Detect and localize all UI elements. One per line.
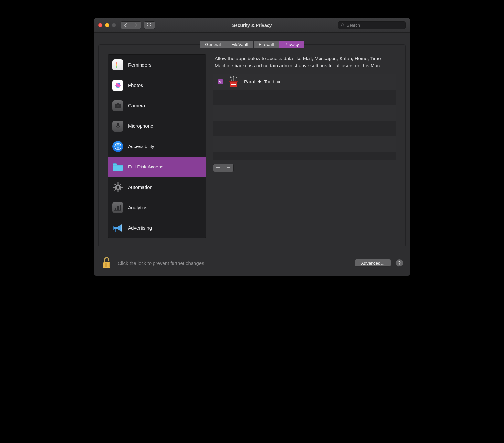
automation-icon — [112, 182, 123, 193]
tab-general[interactable]: General — [200, 40, 226, 48]
nav-buttons — [121, 21, 141, 29]
help-button[interactable]: ? — [395, 259, 403, 267]
search-field-wrap[interactable] — [338, 21, 406, 29]
main-panel: Reminders — [98, 44, 406, 247]
svg-rect-44 — [114, 189, 116, 191]
camera-icon — [112, 100, 123, 111]
checkmark-icon — [219, 80, 222, 83]
svg-point-47 — [117, 186, 119, 189]
app-row-empty — [213, 105, 396, 121]
app-checkbox[interactable] — [218, 79, 223, 84]
sidebar-item-automation[interactable]: Automation — [108, 177, 206, 197]
svg-point-61 — [230, 76, 232, 78]
window-controls — [98, 23, 116, 27]
svg-rect-3 — [152, 23, 152, 24]
svg-rect-43 — [120, 183, 122, 185]
svg-rect-11 — [152, 27, 152, 27]
svg-rect-40 — [118, 190, 119, 192]
svg-rect-45 — [114, 183, 116, 185]
svg-rect-1 — [149, 23, 149, 24]
sidebar-item-label: Advertising — [128, 225, 152, 231]
svg-rect-2 — [150, 23, 151, 24]
svg-rect-53 — [115, 229, 116, 232]
sidebar-item-full-disk-access[interactable]: Full Disk Access — [108, 157, 206, 177]
add-button[interactable] — [213, 164, 223, 172]
sidebar-item-label: Full Disk Access — [128, 164, 163, 169]
tab-firewall[interactable]: Firewall — [253, 40, 279, 48]
svg-rect-6 — [150, 25, 151, 26]
lock-text: Click the lock to prevent further change… — [118, 260, 205, 266]
sidebar-item-label: Automation — [128, 184, 152, 190]
svg-point-16 — [116, 66, 117, 68]
svg-rect-0 — [147, 23, 148, 24]
sidebar-item-label: Analytics — [128, 205, 147, 210]
svg-point-15 — [116, 64, 117, 66]
titlebar: Security & Privacy — [94, 18, 410, 33]
accessibility-icon — [112, 141, 123, 152]
remove-button[interactable] — [223, 164, 234, 172]
chevron-left-icon — [124, 23, 127, 27]
svg-rect-52 — [113, 226, 114, 230]
advanced-button[interactable]: Advanced… — [355, 259, 391, 267]
svg-line-13 — [343, 26, 344, 27]
category-list[interactable]: Reminders — [108, 54, 206, 238]
sidebar-item-analytics[interactable]: Analytics — [108, 197, 206, 218]
footer: Click the lock to prevent further change… — [94, 252, 410, 276]
grid-icon — [147, 23, 152, 27]
sidebar-item-microphone[interactable]: Microphone — [108, 116, 206, 136]
advertising-icon — [112, 222, 123, 233]
forward-button[interactable] — [131, 21, 141, 29]
tab-filevault[interactable]: FileVault — [226, 40, 253, 48]
photos-icon — [112, 80, 123, 91]
app-list[interactable]: Parallels Toolbox — [213, 74, 396, 160]
minus-icon — [226, 166, 230, 170]
tab-privacy[interactable]: Privacy — [279, 40, 304, 48]
description-text: Allow the apps below to access data like… — [213, 54, 396, 74]
sidebar-item-photos[interactable]: Photos — [108, 75, 206, 95]
svg-rect-49 — [117, 206, 119, 210]
app-icon — [228, 76, 239, 88]
search-input[interactable] — [347, 23, 403, 27]
detail-pane: Allow the apps below to access data like… — [213, 54, 396, 238]
app-row-empty — [213, 90, 396, 105]
svg-rect-8 — [147, 27, 148, 27]
svg-point-14 — [116, 62, 117, 64]
show-all-button[interactable] — [144, 21, 155, 29]
svg-rect-46 — [120, 189, 122, 191]
sidebar-item-camera[interactable]: Camera — [108, 95, 206, 116]
minimize-button[interactable] — [105, 23, 109, 27]
svg-rect-10 — [150, 27, 151, 27]
app-row[interactable]: Parallels Toolbox — [213, 74, 396, 90]
plus-icon — [216, 166, 220, 170]
microphone-icon — [112, 121, 123, 132]
svg-rect-39 — [118, 182, 119, 184]
svg-rect-4 — [147, 25, 148, 26]
svg-point-31 — [117, 105, 119, 107]
app-row-empty — [213, 136, 396, 152]
sidebar-item-accessibility[interactable]: Accessibility — [108, 136, 206, 157]
analytics-icon — [112, 202, 123, 213]
preferences-window: Security & Privacy General FileVault Fir… — [94, 18, 410, 276]
chevron-right-icon — [134, 23, 138, 27]
folder-icon — [112, 161, 123, 172]
sidebar-item-label: Camera — [128, 103, 145, 108]
sidebar-item-label: Microphone — [128, 123, 153, 129]
svg-rect-50 — [120, 205, 121, 210]
svg-rect-7 — [152, 25, 152, 26]
app-row-empty — [213, 152, 396, 160]
sidebar-item-label: Accessibility — [128, 144, 154, 149]
svg-rect-41 — [113, 187, 115, 188]
svg-point-36 — [117, 144, 119, 145]
window-body: General FileVault Firewall Privacy Remin… — [94, 33, 410, 252]
svg-rect-48 — [115, 208, 116, 210]
sidebar-item-reminders[interactable]: Reminders — [108, 55, 206, 75]
sidebar-item-label: Photos — [128, 82, 143, 88]
svg-rect-37 — [113, 165, 123, 165]
reminders-icon — [112, 59, 123, 70]
lock-icon[interactable] — [101, 256, 112, 269]
close-button[interactable] — [98, 23, 102, 27]
svg-rect-29 — [117, 103, 119, 104]
zoom-button[interactable] — [112, 23, 116, 27]
sidebar-item-advertising[interactable]: Advertising — [108, 218, 206, 238]
back-button[interactable] — [121, 21, 131, 29]
